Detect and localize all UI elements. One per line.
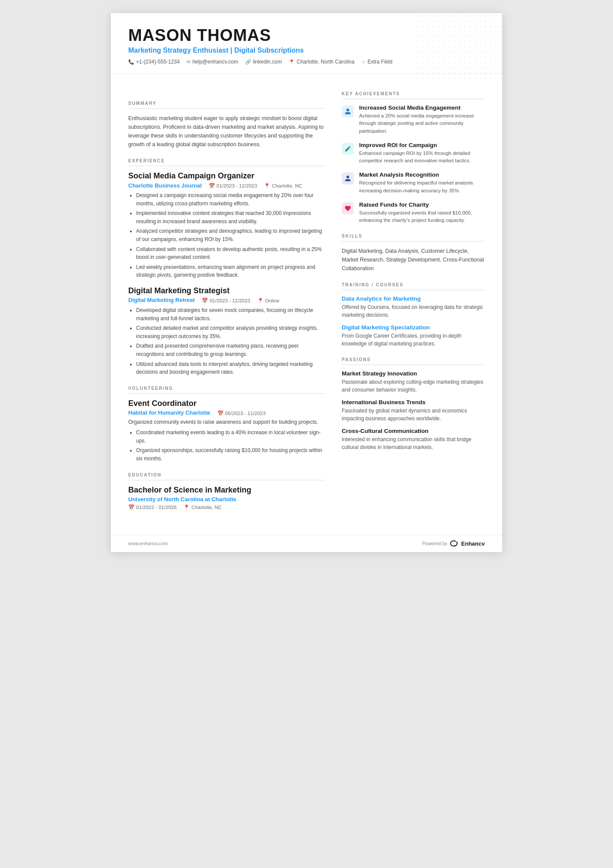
vol1-bullets: Coordinated marketing events leading to … <box>128 429 324 462</box>
vol1-dates: 📅 05/2023 - 11/2023 <box>217 410 266 416</box>
achievement-2-icon <box>342 143 354 155</box>
achievement-2-title: Improved ROI for Campaign <box>359 142 485 148</box>
exp2-location: 📍 Online <box>257 298 280 304</box>
contact-phone: 📞 +1-(234)-555-1234 <box>128 59 180 65</box>
training-label: TRAINING / COURSES <box>342 282 485 287</box>
training-divider <box>342 290 485 290</box>
course-1-desc: Offered by Coursera, focused on leveragi… <box>342 303 485 319</box>
phone-icon: 📞 <box>128 59 134 65</box>
summary-label: SUMMARY <box>128 101 324 106</box>
exp1-company: Charlotte Business Journal <box>128 182 202 189</box>
passion-2-desc: Fascinated by global market dynamics and… <box>342 407 485 422</box>
exp1-location: 📍 Charlotte, NC <box>264 183 302 189</box>
exp2-bullet-1: Developed digital strategies for seven m… <box>136 306 324 322</box>
powered-by-text: Powered by <box>422 541 447 546</box>
calendar-icon-4: 📅 <box>128 504 134 510</box>
exp1-bullet-3: Analyzed competitor strategies and demog… <box>136 227 324 243</box>
resume-body: SUMMARY Enthusiastic marketing student e… <box>111 74 502 535</box>
exp1-dates: 📅 01/2023 - 12/2023 <box>209 183 257 189</box>
email-value: help@enhancv.com <box>192 59 238 65</box>
achievement-4-icon <box>342 202 354 214</box>
achievement-2: Improved ROI for Campaign Enhanced campa… <box>342 142 485 165</box>
contact-linkedin: 🔗 linkedin.com <box>245 59 282 65</box>
achievement-3-content: Market Analysis Recognition Recognized f… <box>359 171 485 194</box>
exp2-dates: 📅 01/2023 - 12/2023 <box>202 298 250 304</box>
exp1-bullet-4: Collaborated with content creators to de… <box>136 245 324 261</box>
contact-extra: ☆ Extra Field <box>361 59 392 65</box>
achievement-1-icon <box>342 105 354 117</box>
footer-url: www.enhancv.com <box>128 541 168 546</box>
edu1-location: 📍 Charlotte, NC <box>183 504 222 510</box>
vol1-bullet-1: Coordinated marketing events leading to … <box>136 429 324 445</box>
achievement-1: Increased Social Media Engagement Achiev… <box>342 104 485 135</box>
passion-1-desc: Passionate about exploring cutting-edge … <box>342 378 485 394</box>
left-column: SUMMARY Enthusiastic marketing student e… <box>128 91 324 517</box>
exp2-company: Digital Marketing Retreat <box>128 297 195 303</box>
passion-1: Market Strategy Innovation Passionate ab… <box>342 370 485 394</box>
vol1-bullet-2: Organized sponsorships, successfully rai… <box>136 446 324 462</box>
contact-row: 📞 +1-(234)-555-1234 ✉ help@enhancv.com 🔗… <box>128 59 485 65</box>
header-section: MASON THOMAS Marketing Strategy Enthusia… <box>111 13 502 74</box>
passion-2-title: International Business Trends <box>342 399 485 406</box>
exp1-bullet-5: Led weekly presentations, enhancing team… <box>136 263 324 279</box>
passions-label: PASSIONS <box>342 357 485 362</box>
vol1-company-row: Habitat for Humanity Charlotte 📅 05/2023… <box>128 409 324 416</box>
achievement-4: Raised Funds for Charity Successfully or… <box>342 201 485 225</box>
education-divider <box>128 480 324 480</box>
experience-divider <box>128 166 324 166</box>
achievement-3-desc: Recognized for delivering impactful mark… <box>359 179 485 194</box>
volunteering-item-1: Event Coordinator Habitat for Humanity C… <box>128 399 324 463</box>
achievement-3-icon <box>342 172 354 184</box>
email-icon: ✉ <box>187 59 190 65</box>
achievements-divider <box>342 99 485 99</box>
volunteering-divider <box>128 393 324 394</box>
edu1-meta: 📅 01/2022 - 01/2026 📍 Charlotte, NC <box>128 504 324 510</box>
phone-value: +1-(234)-555-1234 <box>136 59 180 65</box>
exp1-bullet-2: Implemented innovative content strategie… <box>136 209 324 225</box>
passion-1-title: Market Strategy Innovation <box>342 370 485 377</box>
vol1-desc: Organized community events to raise awar… <box>128 418 324 426</box>
brand-name: Enhancv <box>461 540 485 547</box>
exp2-company-row: Digital Marketing Retreat 📅 01/2023 - 12… <box>128 297 324 304</box>
summary-text: Enthusiastic marketing student eager to … <box>128 114 324 149</box>
calendar-icon-2: 📅 <box>202 298 208 304</box>
edu1-school: University of North Carolina at Charlott… <box>128 496 324 503</box>
course-2-title: Digital Marketing Specialization <box>342 324 485 331</box>
candidate-title: Marketing Strategy Enthusiast | Digital … <box>128 47 485 54</box>
volunteering-label: VOLUNTEERING <box>128 386 324 391</box>
exp2-meta: 📅 01/2023 - 12/2023 📍 Online <box>202 298 280 304</box>
vol1-meta: 📅 05/2023 - 11/2023 <box>217 410 266 416</box>
enhancv-logo-icon <box>450 540 459 546</box>
vol1-company: Habitat for Humanity Charlotte <box>128 409 210 416</box>
edu1-dates: 📅 01/2022 - 01/2026 <box>128 504 177 510</box>
exp2-title: Digital Marketing Strategist <box>128 286 324 295</box>
contact-email: ✉ help@enhancv.com <box>187 59 238 65</box>
pin-icon-4: 📍 <box>183 504 190 510</box>
course-1: Data Analytics for Marketing Offered by … <box>342 295 485 319</box>
achievement-1-title: Increased Social Media Engagement <box>359 104 485 111</box>
skills-text: Digital Marketing, Data Analysis, Custom… <box>342 247 485 273</box>
skills-divider <box>342 241 485 241</box>
footer: www.enhancv.com Powered by Enhancv <box>111 535 502 552</box>
pin-icon-1: 📍 <box>264 183 270 189</box>
link-icon: 🔗 <box>245 59 251 65</box>
achievement-3-title: Market Analysis Recognition <box>359 171 485 178</box>
location-value: Charlotte, North Carolina <box>297 59 354 65</box>
education-label: EDUCATION <box>128 473 324 477</box>
star-icon: ☆ <box>361 59 366 65</box>
course-2-desc: From Google Career Certificates, providi… <box>342 332 485 348</box>
achievement-4-title: Raised Funds for Charity <box>359 201 485 208</box>
exp1-meta: 📅 01/2023 - 12/2023 📍 Charlotte, NC <box>209 183 302 189</box>
achievement-4-content: Raised Funds for Charity Successfully or… <box>359 201 485 225</box>
achievements-label: KEY ACHIEVEMENTS <box>342 91 485 96</box>
achievement-1-content: Increased Social Media Engagement Achiev… <box>359 104 485 135</box>
vol1-title: Event Coordinator <box>128 399 324 408</box>
achievement-1-desc: Achieved a 20% social media engagement i… <box>359 112 485 135</box>
candidate-name: MASON THOMAS <box>128 26 485 45</box>
experience-item-2: Digital Marketing Strategist Digital Mar… <box>128 286 324 376</box>
resume-container: MASON THOMAS Marketing Strategy Enthusia… <box>111 13 502 552</box>
passion-2: International Business Trends Fascinated… <box>342 399 485 422</box>
exp1-title: Social Media Campaign Organizer <box>128 171 324 181</box>
course-2: Digital Marketing Specialization From Go… <box>342 324 485 348</box>
calendar-icon-3: 📅 <box>217 410 223 416</box>
